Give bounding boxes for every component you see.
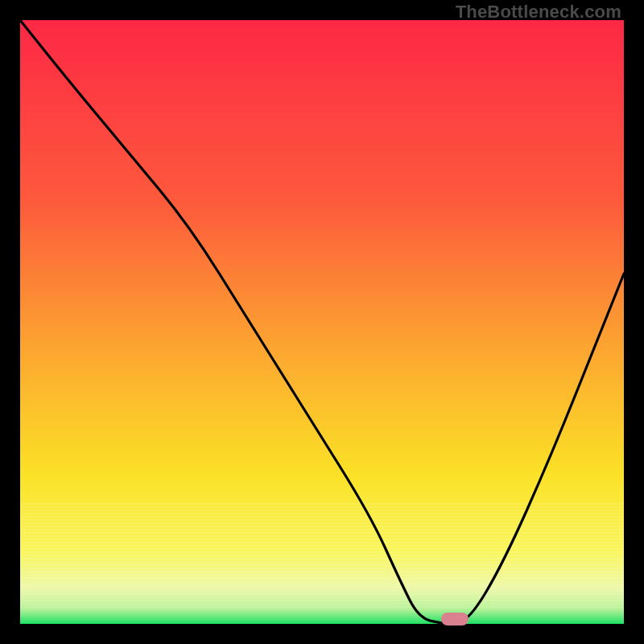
chart-frame	[20, 20, 624, 624]
chart-curve	[20, 20, 624, 624]
chart-marker	[441, 613, 469, 625]
chart-plot-area	[20, 20, 624, 624]
